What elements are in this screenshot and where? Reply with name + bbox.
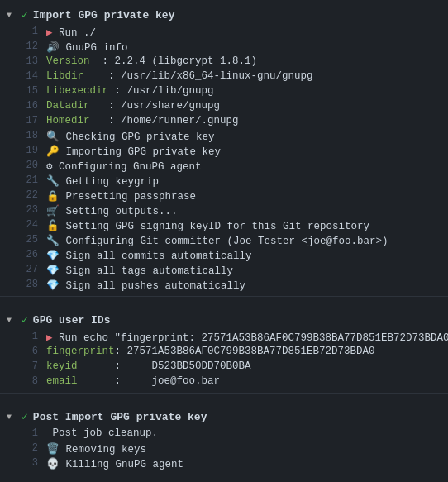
log-line: 28💎 Sign all pushes automatically: [23, 278, 448, 293]
line-icon: ⚙️: [46, 161, 53, 173]
log-line: 26💎 Sign all commits automatically: [23, 248, 448, 263]
log-container: 1▶ Run ./12🔊 GnuPG info13Version : 2.2.4…: [0, 25, 448, 293]
log-line: 2🗑️ Removing keys: [23, 441, 448, 456]
line-number: 12: [23, 41, 46, 52]
line-icon: 🔧: [46, 236, 60, 247]
line-text: Importing GPG private key: [60, 146, 221, 158]
line-content: 🔧 Configuring Git committer (Joe Tester …: [46, 234, 448, 247]
line-value: /usr/lib/gnupg: [121, 85, 214, 97]
line-number: 16: [23, 100, 46, 112]
line-number: 28: [23, 279, 46, 290]
line-number: 1: [23, 427, 46, 439]
line-colon: :: [115, 346, 122, 357]
line-text: Configuring Git committer (Joe Tester <j…: [60, 236, 388, 247]
line-colon: :: [83, 70, 115, 82]
line-number: 18: [23, 130, 46, 141]
line-text: Run ./: [53, 27, 97, 39]
line-content: 🔧 Getting keygrip: [46, 174, 448, 188]
section-post-import: ▼✓Post Import GPG private key1 Post job …: [0, 402, 448, 476]
line-number: 13: [23, 55, 46, 67]
chevron-icon: ▼: [7, 316, 17, 325]
chevron-icon: ▼: [7, 413, 17, 422]
section-header-gpg-user-ids[interactable]: ▼✓GPG user IDs: [0, 310, 448, 330]
line-content: 🛒 Setting outputs...: [46, 204, 448, 217]
log-line: 7keyid : D523BD50DD70B0BA: [23, 360, 448, 375]
line-label: Version: [46, 55, 90, 67]
line-text: Run echo "fingerprint: 27571A53B86AF0C79…: [53, 332, 448, 344]
line-icon: 🔑: [46, 146, 60, 158]
log-container: 1 Post job cleanup.2🗑️ Removing keys3💀 K…: [0, 427, 448, 471]
line-text: Configuring GnuPG agent: [53, 161, 202, 173]
line-text: Sign all commits automatically: [60, 251, 252, 262]
log-line: 12🔊 GnuPG info: [23, 40, 448, 55]
line-icon: 🔓: [46, 221, 60, 232]
line-number: 20: [23, 160, 46, 171]
line-icon: 🔍: [46, 131, 60, 143]
log-line: 20⚙️ Configuring GnuPG agent: [23, 159, 448, 174]
line-number: 7: [23, 360, 46, 372]
line-content: Homedir : /home/runner/.gnupg: [46, 115, 448, 126]
line-number: 3: [23, 457, 46, 469]
line-content: 🔍 Checking GPG private key: [46, 130, 448, 143]
line-content: 🗑️ Removing keys: [46, 442, 448, 456]
log-line: 13Version : 2.2.4 (libgcrypt 1.8.1): [23, 55, 448, 69]
log-line: 1▶ Run ./: [23, 25, 448, 40]
line-number: 15: [23, 85, 46, 97]
log-line: 23🛒 Setting outputs...: [23, 203, 448, 218]
line-content: email : joe@foo.bar: [46, 375, 448, 387]
line-label: Libexecdir: [46, 85, 108, 97]
line-content: ▶ Run ./: [46, 26, 448, 39]
line-colon: :: [90, 115, 115, 126]
line-value: 27571A53B86AF0C799B38BA77D851EB72D73BDA0: [121, 346, 375, 357]
section-import-gpg: ▼✓Import GPG private key1▶ Run ./12🔊 Gnu…: [0, 0, 448, 305]
line-value: /usr/share/gnupg: [115, 100, 221, 112]
section-header-post-import[interactable]: ▼✓Post Import GPG private key: [0, 407, 448, 427]
line-number: 2: [23, 442, 46, 454]
line-number: 19: [23, 145, 46, 156]
section-divider: [0, 296, 448, 297]
chevron-icon: ▼: [7, 11, 17, 20]
line-number: 27: [23, 264, 46, 275]
section-title: GPG user IDs: [33, 314, 111, 327]
check-icon: ✓: [21, 410, 28, 423]
line-content: Libdir : /usr/lib/x86_64-linux-gnu/gnupg: [46, 70, 448, 82]
log-line: 21🔧 Getting keygrip: [23, 174, 448, 189]
log-line: 27💎 Sign all tags automatically: [23, 263, 448, 278]
line-text: Presetting passphrase: [60, 191, 196, 203]
line-content: Libexecdir : /usr/lib/gnupg: [46, 85, 448, 97]
check-icon: ✓: [21, 8, 28, 21]
section-divider: [0, 393, 448, 394]
line-label: keyid: [46, 360, 78, 372]
line-label: Homedir: [46, 115, 90, 126]
line-content: keyid : D523BD50DD70B0BA: [46, 360, 448, 372]
line-text: Killing GnuPG agent: [60, 459, 183, 470]
line-icon: 🔊: [46, 42, 60, 54]
log-line: 6fingerprint: 27571A53B86AF0C799B38BA77D…: [23, 345, 448, 360]
line-number: 1: [23, 26, 46, 37]
line-icon: 💎: [46, 251, 60, 262]
line-text: Sign all tags automatically: [60, 265, 233, 277]
line-colon: :: [90, 55, 109, 67]
line-content: fingerprint: 27571A53B86AF0C799B38BA77D8…: [46, 346, 448, 357]
log-container: 1▶ Run echo "fingerprint: 27571A53B86AF0…: [0, 330, 448, 389]
line-number: 23: [23, 204, 46, 216]
log-line: 17Homedir : /home/runner/.gnupg: [23, 114, 448, 129]
line-content: ⚙️ Configuring GnuPG agent: [46, 160, 448, 173]
line-content: 🔒 Presetting passphrase: [46, 189, 448, 203]
line-label: email: [46, 375, 78, 387]
line-content: 💎 Sign all tags automatically: [46, 264, 448, 277]
app-container: ▼✓Import GPG private key1▶ Run ./12🔊 Gnu…: [0, 0, 448, 476]
section-header-import-gpg[interactable]: ▼✓Import GPG private key: [0, 5, 448, 25]
line-content: Post job cleanup.: [46, 427, 448, 439]
line-text: Checking GPG private key: [60, 131, 215, 143]
log-line: 16Datadir : /usr/share/gnupg: [23, 99, 448, 114]
log-line: 8email : joe@foo.bar: [23, 375, 448, 389]
line-number: 26: [23, 249, 46, 260]
line-text: Getting keygrip: [60, 176, 159, 188]
line-icon: 🗑️: [46, 444, 60, 456]
line-icon: 💀: [46, 459, 60, 470]
line-icon: 💎: [46, 265, 60, 277]
line-number: 14: [23, 70, 46, 82]
line-text: GnuPG info: [60, 42, 128, 54]
section-gpg-user-ids: ▼✓GPG user IDs1▶ Run echo "fingerprint: …: [0, 305, 448, 402]
